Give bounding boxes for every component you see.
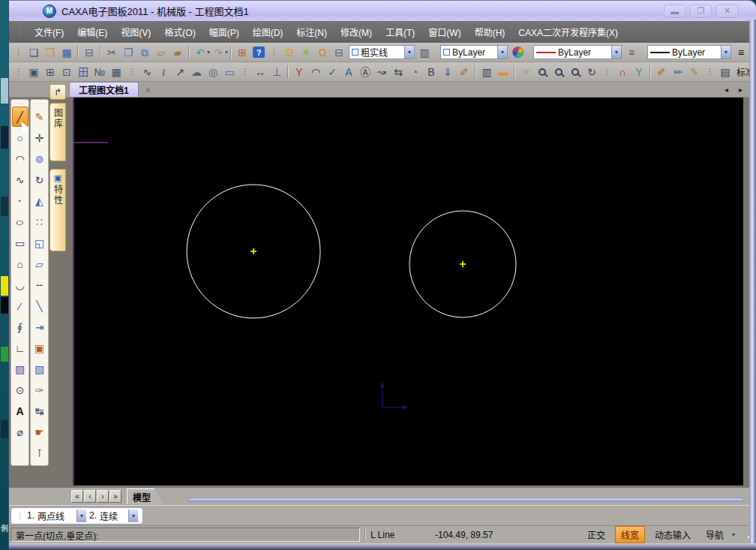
toolbar-grip-icon[interactable]: ⋮ [241,67,249,77]
hatch-tool-button[interactable]: ▨ [12,359,28,379]
toggle-dropdown-icon[interactable]: ▾ [732,531,735,538]
toggle-0-button[interactable]: 正交 [582,527,610,542]
layer-lock-button[interactable]: Ω [314,44,331,60]
layer-visibility-button[interactable]: ʘ [281,44,298,60]
mirror-tool-button[interactable]: ◭ [32,191,48,211]
restore-button[interactable]: ❐ [690,5,712,18]
menu-item-8[interactable]: 工具(T) [379,23,422,41]
t-measure-tool-button[interactable]: ⊺ [32,443,48,463]
line-tool-button[interactable]: ╱ [12,107,28,127]
option-1-value[interactable]: 两点线 [38,509,72,522]
side-tab-properties[interactable]: ▣特性 [50,169,66,251]
cloud-line-button[interactable]: ☁ [188,64,205,80]
dimension-linear-button[interactable]: ↔ [252,64,268,80]
rectangle-tool-button[interactable]: ▭ [12,233,28,253]
copy-with-basepoint-button[interactable]: ⧉ [136,44,153,60]
spline-leader-button[interactable]: ↝ [374,64,390,80]
serial-number-button[interactable]: № [92,64,108,80]
pie-dimension-button[interactable]: ◔ [406,64,423,80]
layer-manager-button[interactable]: ▥ [416,44,433,60]
menu-item-10[interactable]: 帮助(H) [468,23,512,41]
menu-item-0[interactable]: 文件(F) [28,23,70,41]
toolbar-grip-icon[interactable]: ⋮ [14,47,22,57]
toolbar-grip-icon[interactable]: ⋮ [128,67,136,77]
toolbox-grip-icon[interactable]: ···· [15,101,25,106]
property-brush-tool-button[interactable]: ☛ [32,422,48,442]
dimension-align-button[interactable]: ⇆ [390,64,406,80]
color-combo-dropdown[interactable]: ▼ [497,46,507,59]
datum-button[interactable]: A [340,64,357,80]
fill-tool-button[interactable]: ◱ [32,233,48,253]
break-tool-button[interactable]: ╌ [32,275,48,295]
option-1-dropdown[interactable]: ▼ [76,509,86,522]
panel-view-button[interactable]: ▥ [478,64,495,80]
check-dimension-button[interactable]: ✓ [324,64,340,80]
cut-button[interactable]: ✂ [104,44,120,60]
layer-combo-dropdown[interactable]: ▼ [404,46,414,59]
cylinder-button[interactable]: ▭ [221,64,238,80]
ruler-button[interactable]: ▬ [495,64,512,80]
copy-button[interactable]: ❒ [120,44,136,60]
minimize-button[interactable]: ▬ [664,5,686,18]
zoom-in-button[interactable] [534,64,550,80]
layer-print-button[interactable]: ⊟ [331,44,347,60]
menu-item-6[interactable]: 标注(N) [290,23,334,41]
trim-tool-button[interactable]: ╲ [32,296,48,316]
copy-tool-button[interactable]: ⊚ [32,149,48,169]
command-prompt[interactable]: 第一点(切点,垂足点): [10,527,360,542]
arrow-dimension-button[interactable]: ⇓ [440,64,456,80]
clipboard-tool-button[interactable]: ▣ [32,338,48,358]
menu-item-1[interactable]: 编辑(E) [70,23,114,41]
side-panel-toggle-button[interactable]: ↱ [50,84,66,100]
menu-item-11[interactable]: CAXA二次开发程序集(X) [512,23,625,41]
dim-sketch-tool-button[interactable]: ✑ [32,380,48,400]
balloon-button[interactable]: ◎ [205,64,221,80]
menu-item-7[interactable]: 修改(M) [334,23,379,41]
linetype-combo[interactable]: ByLayer▼ [533,45,622,59]
toolbar-grip-icon[interactable]: ⋮ [14,67,22,77]
toggle-3-button[interactable]: 导航 [700,527,729,542]
title-block-button[interactable]: ⊞ [42,64,58,80]
wave-line-button[interactable]: ∿ [139,64,155,80]
basis-dimension-button[interactable]: B [423,64,440,80]
option-2-value[interactable]: 连续 [100,509,124,522]
parameter-block-button[interactable]: ⊡ [58,64,75,80]
color-combo[interactable]: ByLayer▼ [440,45,508,59]
double-fold-line-button[interactable]: ≀ [155,64,172,80]
option-2-dropdown[interactable]: ▼ [128,509,138,522]
menu-grip-icon[interactable]: ⋮ [15,27,23,37]
toolbar-grip-icon[interactable]: ⋮ [270,47,278,57]
menu-item-3[interactable]: 格式(O) [158,23,202,41]
insert-object-button[interactable]: ⊞ [234,44,250,60]
redo-button[interactable]: ↷ [210,44,226,60]
ellipse-tool-button[interactable]: ○ [12,212,28,232]
undo-button[interactable]: ↶ [192,44,208,60]
new-file-button[interactable]: ❏ [26,44,42,60]
move-tool-button[interactable]: ✛ [32,128,48,148]
block-tool-button[interactable]: ▧ [32,359,48,379]
open-file-button[interactable]: ❐ [42,44,58,60]
toggle-1-button[interactable]: 线宽 [615,526,645,543]
array-tool-button[interactable]: ∷ [32,212,48,232]
axis-tool-button[interactable]: ∟ [12,338,28,358]
stretch-tool-button[interactable]: ↹ [32,401,48,421]
model-sheet-tab[interactable]: 模型 [127,488,163,504]
toolbar-grip-icon[interactable]: ⋮ [603,67,611,77]
document-tab[interactable]: 工程图文档1 [69,82,139,97]
paste-special-button[interactable]: ▰ [170,44,186,60]
layer-combo[interactable]: 粗实线▼ [349,45,415,59]
arc-3pt-tool-button[interactable]: ◡ [12,275,28,295]
save-file-button[interactable]: ▦ [58,44,75,60]
print-button[interactable]: ⊟ [81,44,98,60]
snap-magnet-button[interactable]: ∩ [614,64,631,80]
tab-scroll-right-icon[interactable]: ▸ [736,85,746,95]
last-sheet-button[interactable]: » [110,490,122,503]
toolbox-grip-icon[interactable]: ···· [34,101,44,106]
segment-tool-button[interactable]: ∕ [12,296,28,316]
layer-freeze-button[interactable]: ☀ [298,44,314,60]
spline-tool-button[interactable]: ∿ [12,170,28,190]
next-sheet-button[interactable]: › [97,490,109,503]
leader-button[interactable]: Y [291,64,308,80]
zoom-rotate-button[interactable]: ↻ [584,64,600,80]
table-button[interactable]: 田 [75,64,92,80]
